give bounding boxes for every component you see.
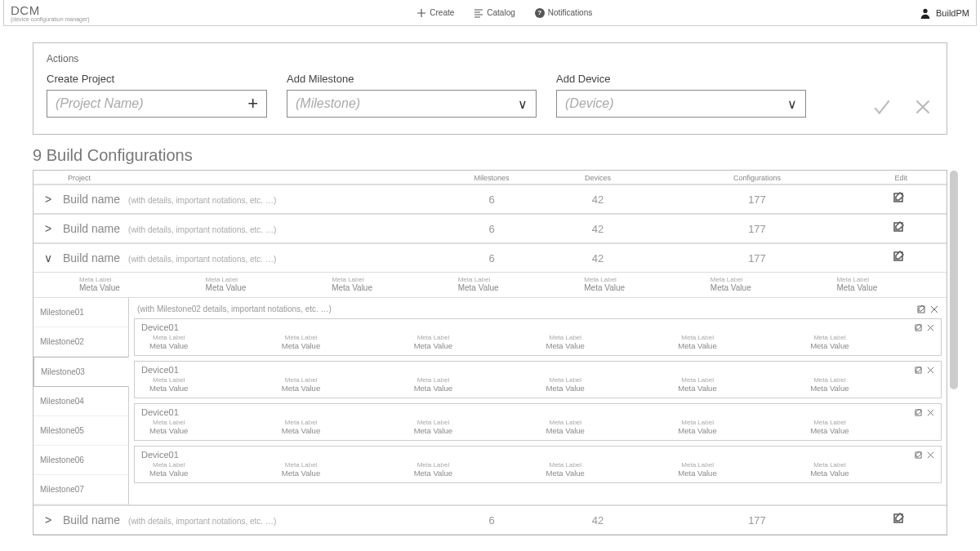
- close-icon[interactable]: [927, 451, 934, 459]
- meta-value: Meta Value: [406, 426, 538, 435]
- build-meta-strip: Meta LabelMeta ValueMeta LabelMeta Value…: [33, 273, 947, 298]
- nav-catalog[interactable]: Catalog: [474, 8, 514, 18]
- meta-label: Meta Label: [802, 376, 934, 384]
- devices-count: 42: [545, 514, 651, 527]
- edit-icon[interactable]: [893, 251, 904, 262]
- meta-label: Meta Label: [670, 334, 802, 341]
- scrollbar[interactable]: [950, 171, 958, 535]
- col-configurations: Configurations: [651, 174, 863, 182]
- device-name: Device01: [141, 407, 179, 417]
- milestone-item[interactable]: Milestone02: [33, 327, 128, 357]
- milestone-item[interactable]: Milestone01: [33, 298, 128, 327]
- col-devices: Devices: [545, 174, 651, 182]
- nav-notifications[interactable]: ? Notifications: [535, 8, 592, 18]
- meta-label: Meta Label: [537, 376, 670, 384]
- meta-label: Meta Label: [141, 461, 274, 469]
- milestone-item[interactable]: Milestone07: [33, 475, 128, 504]
- meta-value: Meta Value: [274, 384, 406, 393]
- meta-value: Meta Value: [442, 283, 568, 292]
- brand: DCM (device configuration manager): [11, 4, 90, 22]
- cancel-button[interactable]: [912, 96, 933, 118]
- meta-value: Meta Value: [141, 426, 274, 435]
- actions-title: Actions: [47, 53, 933, 64]
- device-select[interactable]: (Device) ∨: [556, 90, 806, 118]
- confirm-button[interactable]: [871, 96, 893, 118]
- meta-label: Meta Label: [189, 276, 316, 283]
- edit-icon[interactable]: [893, 192, 904, 203]
- meta-label: Meta Label: [537, 334, 670, 341]
- configurations-count: 177: [651, 252, 863, 264]
- build-row: ∨Build name(with details, important nota…: [33, 243, 947, 273]
- section-title: 9 Build Configurations: [33, 146, 947, 165]
- meta-value: Meta Value: [670, 469, 802, 478]
- user-name: BuildPM: [936, 8, 969, 18]
- milestone-list: Milestone01Milestone02Milestone03Milesto…: [33, 298, 128, 504]
- device-name: Device01: [141, 365, 179, 375]
- meta-value: Meta Value: [537, 426, 670, 435]
- brand-title: DCM: [11, 4, 90, 16]
- meta-value: Meta Value: [802, 341, 934, 350]
- build-grid: Project Milestones Devices Configuration…: [33, 170, 947, 535]
- configurations-count: 177: [651, 223, 863, 235]
- close-icon[interactable]: [927, 324, 934, 331]
- expand-toggle[interactable]: >: [33, 193, 63, 206]
- milestone-detail-text: (with Milestone02 details, important not…: [137, 304, 332, 313]
- edit-icon[interactable]: [915, 409, 922, 416]
- add-device-label: Add Device: [556, 73, 806, 85]
- edit-icon[interactable]: [915, 367, 922, 374]
- build-name: Build name: [63, 222, 120, 235]
- milestone-detail-header: (with Milestone02 details, important not…: [134, 303, 942, 318]
- meta-value: Meta Value: [274, 426, 406, 435]
- actions-panel: Actions Create Project (Project Name) + …: [33, 42, 947, 135]
- device-meta: Meta LabelMeta ValueMeta LabelMeta Value…: [141, 419, 934, 435]
- meta-value: Meta Value: [670, 341, 802, 350]
- device-meta: Meta LabelMeta ValueMeta LabelMeta Value…: [141, 461, 934, 478]
- close-icon[interactable]: [930, 305, 938, 313]
- col-project: Project: [63, 174, 439, 182]
- meta-label: Meta Label: [802, 461, 934, 469]
- device-name: Device01: [141, 450, 179, 460]
- edit-icon[interactable]: [893, 221, 904, 233]
- add-project-icon[interactable]: +: [247, 93, 258, 114]
- grid-header: Project Milestones Devices Configuration…: [33, 171, 947, 184]
- build-name: Build name: [63, 251, 120, 264]
- list-icon: [474, 8, 483, 18]
- scrollbar-thumb[interactable]: [950, 171, 958, 389]
- milestone-item[interactable]: Milestone04: [33, 387, 128, 416]
- meta-value: Meta Value: [670, 384, 802, 393]
- meta-value: Meta Value: [141, 384, 274, 393]
- milestone-select[interactable]: (Milestone) ∨: [287, 90, 537, 118]
- device-name: Device01: [141, 322, 179, 332]
- col-edit: Edit: [863, 174, 912, 182]
- close-icon[interactable]: [927, 409, 934, 416]
- add-milestone-label: Add Milestone: [287, 73, 537, 85]
- milestone-item[interactable]: Milestone03: [33, 357, 129, 387]
- edit-icon[interactable]: [893, 513, 904, 524]
- edit-icon[interactable]: [915, 451, 922, 459]
- nav-create[interactable]: Create: [416, 8, 454, 18]
- expand-toggle[interactable]: >: [33, 513, 63, 527]
- nav-catalog-label: Catalog: [487, 8, 514, 17]
- expand-toggle[interactable]: >: [33, 222, 63, 235]
- milestones-count: 6: [439, 252, 545, 264]
- milestone-item[interactable]: Milestone06: [33, 446, 128, 475]
- meta-value: Meta Value: [406, 384, 538, 393]
- meta-label: Meta Label: [141, 334, 274, 341]
- meta-label: Meta Label: [537, 419, 670, 426]
- expand-toggle[interactable]: ∨: [33, 251, 63, 264]
- meta-label: Meta Label: [63, 276, 189, 283]
- meta-label: Meta Label: [670, 461, 802, 469]
- meta-label: Meta Label: [406, 334, 538, 341]
- question-icon: ?: [535, 8, 545, 18]
- create-project-label: Create Project: [47, 73, 267, 85]
- meta-value: Meta Value: [315, 283, 442, 292]
- close-icon[interactable]: [927, 367, 934, 374]
- meta-value: Meta Value: [820, 283, 947, 292]
- meta-label: Meta Label: [442, 276, 568, 283]
- edit-icon[interactable]: [917, 305, 925, 313]
- project-name-input[interactable]: (Project Name) +: [47, 90, 267, 118]
- user-menu[interactable]: BuildPM: [920, 7, 969, 19]
- build-row: >Build name(with details, important nota…: [33, 184, 947, 214]
- milestone-item[interactable]: Milestone05: [33, 416, 128, 446]
- edit-icon[interactable]: [915, 324, 922, 331]
